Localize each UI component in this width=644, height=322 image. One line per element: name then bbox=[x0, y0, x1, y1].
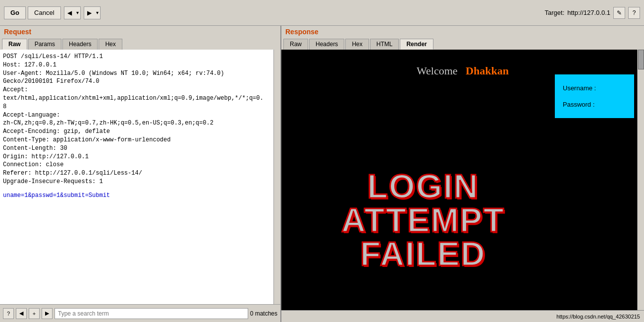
response-tab-bar: Raw Headers Hex HTML Render bbox=[281, 38, 644, 50]
response-url-text: https://blog.csdn.net/qq_42630215 bbox=[556, 314, 640, 320]
login-box: Username : Password : bbox=[555, 74, 634, 118]
back-dropdown[interactable]: ▾ bbox=[75, 6, 81, 19]
request-panel: Request Raw Params Headers Hex POST /sql… bbox=[0, 26, 281, 322]
resp-tab-render[interactable]: Render bbox=[400, 39, 433, 50]
match-count: 0 matches bbox=[250, 310, 277, 317]
response-panel: Response Raw Headers Hex HTML Render Wel… bbox=[281, 26, 644, 322]
toolbar: Go Cancel ◀ ▾ ▶ ▾ Target: http://127.0.0… bbox=[0, 0, 644, 26]
request-scrollbar[interactable] bbox=[273, 50, 280, 304]
go-button[interactable]: Go bbox=[4, 6, 26, 19]
welcome-label: Welcome bbox=[417, 64, 458, 77]
search-bar: ? ◀ + ▶ 0 matches bbox=[0, 304, 280, 322]
response-render-area: Welcome Dhakkan Username : Password : LO… bbox=[281, 50, 644, 310]
request-params-line: uname=1&passwd=1&submit=Submit bbox=[0, 189, 280, 202]
request-title: Request bbox=[0, 26, 35, 38]
edit-target-button[interactable]: ✎ bbox=[613, 7, 625, 19]
forward-button[interactable]: ▶ bbox=[84, 6, 95, 19]
scroll-thumb bbox=[638, 50, 644, 69]
search-help-button[interactable]: ? bbox=[3, 308, 14, 319]
help-button[interactable]: ? bbox=[628, 7, 640, 19]
forward-nav-group: ▶ ▾ bbox=[84, 6, 101, 19]
cancel-button[interactable]: Cancel bbox=[28, 6, 60, 19]
resp-tab-hex[interactable]: Hex bbox=[345, 39, 369, 50]
resp-tab-headers[interactable]: Headers bbox=[309, 39, 344, 50]
target-prefix: Target: bbox=[545, 9, 565, 16]
response-header: Response bbox=[281, 26, 644, 38]
target-info: Target: http://127.0.0.1 ✎ ? bbox=[545, 7, 640, 19]
forward-dropdown[interactable]: ▾ bbox=[95, 6, 101, 19]
failed-line2: FAILED bbox=[360, 237, 486, 270]
response-title: Response bbox=[281, 26, 322, 38]
search-add-button[interactable]: + bbox=[29, 308, 40, 319]
back-button[interactable]: ◀ bbox=[64, 6, 75, 19]
tab-headers[interactable]: Headers bbox=[62, 39, 98, 50]
tab-raw[interactable]: Raw bbox=[2, 39, 27, 50]
search-input[interactable] bbox=[54, 308, 248, 319]
request-raw-text: POST /sqli/Less-14/ HTTP/1.1 Host: 127.0… bbox=[0, 50, 280, 189]
search-prev-button[interactable]: ◀ bbox=[16, 308, 27, 319]
request-content[interactable]: POST /sqli/Less-14/ HTTP/1.1 Host: 127.0… bbox=[0, 50, 280, 304]
request-header: Request bbox=[0, 26, 280, 38]
welcome-username: Dhakkan bbox=[466, 64, 509, 77]
tab-hex[interactable]: Hex bbox=[99, 39, 122, 50]
password-field-label: Password : bbox=[563, 101, 626, 108]
username-field-label: Username : bbox=[563, 84, 626, 92]
main-layout: Request Raw Params Headers Hex POST /sql… bbox=[0, 26, 644, 322]
search-next-button[interactable]: ▶ bbox=[42, 308, 53, 319]
tab-params[interactable]: Params bbox=[28, 39, 61, 50]
resp-tab-html[interactable]: HTML bbox=[370, 39, 399, 50]
back-nav-group: ◀ ▾ bbox=[64, 6, 81, 19]
request-tab-bar: Raw Params Headers Hex bbox=[0, 38, 280, 50]
target-url: http://127.0.0.1 bbox=[567, 9, 610, 16]
failed-line1: LOGIN ATTEMPT bbox=[296, 169, 550, 237]
resp-tab-raw[interactable]: Raw bbox=[283, 39, 308, 50]
failed-message-container: LOGIN ATTEMPT FAILED bbox=[296, 169, 550, 270]
response-url-bar: https://blog.csdn.net/qq_42630215 bbox=[281, 310, 644, 322]
response-scrollbar[interactable] bbox=[637, 50, 644, 310]
